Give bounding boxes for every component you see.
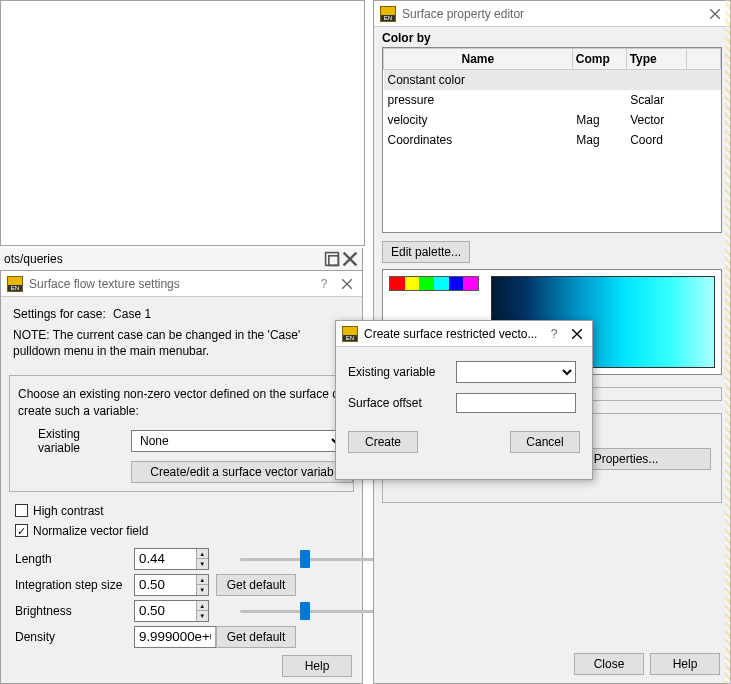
dock-title: ots/queries bbox=[4, 252, 63, 266]
dock-queries: ots/queries bbox=[0, 248, 363, 270]
existing-variable-label: Existing variable bbox=[38, 427, 123, 455]
palette-swatch[interactable] bbox=[390, 277, 405, 290]
high-contrast-label: High contrast bbox=[33, 504, 104, 518]
dlg-cancel-button[interactable]: Cancel bbox=[510, 431, 580, 453]
brightness-input[interactable] bbox=[135, 601, 196, 621]
dlg-surface-offset-input[interactable] bbox=[456, 393, 576, 413]
normalize-label: Normalize vector field bbox=[33, 524, 148, 538]
close-icon[interactable] bbox=[338, 275, 356, 293]
palette-swatches[interactable] bbox=[389, 276, 479, 291]
density-input[interactable] bbox=[135, 627, 215, 647]
app-icon bbox=[342, 326, 358, 342]
background-sliver bbox=[725, 0, 731, 684]
color-by-label: Color by bbox=[382, 31, 722, 45]
brightness-down[interactable]: ▼ bbox=[197, 611, 208, 621]
create-vector-dialog: Create surface restricted vecto... ? Exi… bbox=[335, 320, 593, 480]
length-spinner[interactable]: ▲▼ bbox=[134, 548, 209, 570]
palette-swatch[interactable] bbox=[419, 277, 434, 290]
color-by-table[interactable]: Name Comp Type Constant colorpressureSca… bbox=[383, 48, 721, 150]
length-input[interactable] bbox=[135, 549, 196, 569]
help-button[interactable]: Help bbox=[650, 653, 720, 675]
create-edit-vector-button[interactable]: Create/edit a surface vector variab bbox=[131, 461, 353, 483]
close-button[interactable]: Close bbox=[574, 653, 644, 675]
existing-variable-select[interactable]: None bbox=[131, 430, 345, 452]
app-icon bbox=[380, 6, 396, 22]
app-icon bbox=[7, 276, 23, 292]
col-type[interactable]: Type bbox=[626, 49, 687, 70]
window-title: Surface flow texture settings bbox=[29, 277, 310, 291]
settings-case-label: Settings for case: bbox=[13, 307, 106, 321]
integration-label: Integration step size bbox=[15, 578, 130, 592]
density-getdefault-button[interactable]: Get default bbox=[216, 626, 296, 648]
integration-spinner[interactable]: ▲▼ bbox=[134, 574, 209, 596]
palette-swatch[interactable] bbox=[434, 277, 449, 290]
blank-panel bbox=[0, 0, 365, 246]
help-icon[interactable]: ? bbox=[316, 277, 332, 291]
table-row[interactable]: pressureScalar bbox=[384, 90, 721, 110]
choose-text: Choose an existing non-zero vector defin… bbox=[18, 386, 345, 418]
svg-rect-1 bbox=[329, 256, 339, 266]
table-row[interactable]: CoordinatesMagCoord bbox=[384, 130, 721, 150]
col-name[interactable]: Name bbox=[384, 49, 573, 70]
close-icon[interactable] bbox=[706, 5, 724, 23]
flow-texture-settings-window: Surface flow texture settings ? Settings… bbox=[0, 270, 363, 684]
brightness-spinner[interactable]: ▲▼ bbox=[134, 600, 209, 622]
length-slider[interactable] bbox=[240, 549, 380, 569]
dock-close-icon[interactable] bbox=[342, 251, 358, 267]
table-row[interactable]: velocityMagVector bbox=[384, 110, 721, 130]
edit-palette-button[interactable]: Edit palette... bbox=[382, 241, 470, 263]
table-row[interactable]: Constant color bbox=[384, 70, 721, 91]
high-contrast-checkbox[interactable] bbox=[15, 504, 28, 517]
vector-choose-group: Choose an existing non-zero vector defin… bbox=[9, 375, 354, 491]
integration-up[interactable]: ▲ bbox=[197, 575, 208, 586]
flow-help-button[interactable]: Help bbox=[282, 655, 352, 677]
col-comp[interactable]: Comp bbox=[572, 49, 626, 70]
density-spinner[interactable]: ▲▼ bbox=[134, 626, 229, 648]
normalize-checkbox[interactable] bbox=[15, 524, 28, 537]
svg-rect-0 bbox=[326, 253, 339, 266]
brightness-up[interactable]: ▲ bbox=[197, 601, 208, 612]
palette-swatch[interactable] bbox=[405, 277, 420, 290]
close-icon[interactable] bbox=[568, 325, 586, 343]
settings-case-value: Case 1 bbox=[113, 307, 151, 321]
density-label: Density bbox=[15, 630, 130, 644]
length-up[interactable]: ▲ bbox=[197, 549, 208, 560]
length-label: Length bbox=[15, 552, 130, 566]
palette-swatch[interactable] bbox=[449, 277, 464, 290]
dlg-existing-variable-select[interactable] bbox=[456, 361, 576, 383]
brightness-slider[interactable] bbox=[240, 601, 380, 621]
integration-getdefault-button[interactable]: Get default bbox=[216, 574, 296, 596]
note-text: NOTE: The current case can be changed in… bbox=[13, 327, 343, 359]
integration-down[interactable]: ▼ bbox=[197, 585, 208, 595]
dlg-existing-variable-label: Existing variable bbox=[348, 365, 448, 379]
help-icon[interactable]: ? bbox=[546, 327, 562, 341]
dialog-title: Create surface restricted vecto... bbox=[364, 327, 540, 341]
dock-float-icon[interactable] bbox=[324, 251, 340, 267]
window-title: Surface property editor bbox=[402, 7, 700, 21]
brightness-label: Brightness bbox=[15, 604, 130, 618]
dlg-create-button[interactable]: Create bbox=[348, 431, 418, 453]
dlg-surface-offset-label: Surface offset bbox=[348, 396, 448, 410]
integration-input[interactable] bbox=[135, 575, 196, 595]
palette-swatch[interactable] bbox=[463, 277, 478, 290]
length-down[interactable]: ▼ bbox=[197, 559, 208, 569]
